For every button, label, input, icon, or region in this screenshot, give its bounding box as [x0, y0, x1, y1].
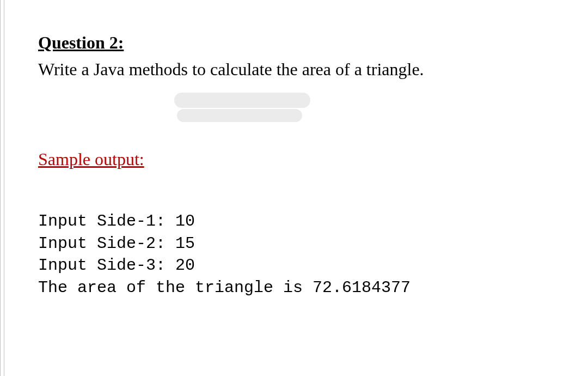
- redaction-area: [169, 93, 550, 122]
- page-left-border: [0, 0, 4, 376]
- output-line: Input Side-3: 20: [38, 256, 195, 275]
- output-line: Input Side-1: 10: [38, 212, 195, 231]
- redaction-bar: [174, 93, 310, 108]
- question-heading: Question 2:: [38, 33, 550, 53]
- output-line: Input Side-2: 15: [38, 234, 195, 253]
- sample-output-code: Input Side-1: 10 Input Side-2: 15 Input …: [38, 189, 550, 299]
- output-line: The area of the triangle is 72.6184377: [38, 278, 411, 297]
- redaction-bar: [177, 109, 302, 122]
- question-text: Write a Java methods to calculate the ar…: [38, 57, 550, 82]
- sample-output-heading: Sample output:: [38, 149, 550, 169]
